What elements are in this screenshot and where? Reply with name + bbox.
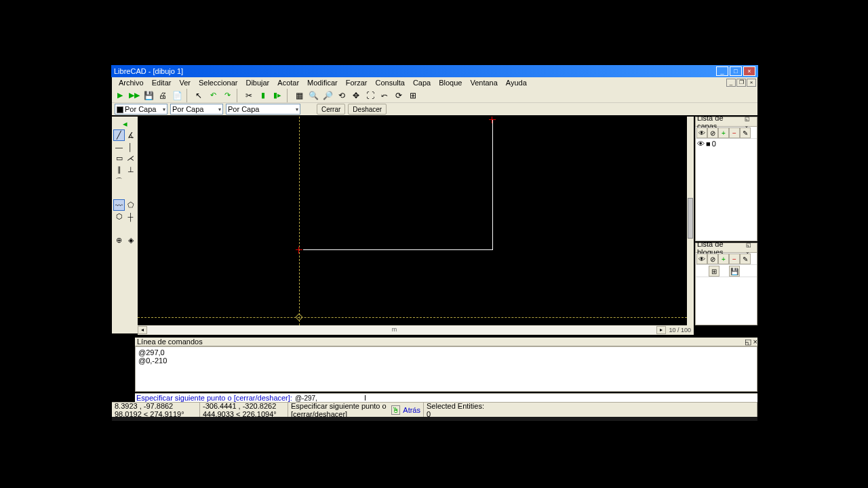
menu-seleccionar[interactable]: Seleccionar: [195, 78, 241, 87]
line-rectangle-button[interactable]: ▭: [113, 152, 125, 164]
close-action-button[interactable]: Cerrar: [317, 104, 345, 115]
hscroll-right-button[interactable]: ▸: [656, 326, 666, 334]
command-line-title[interactable]: Línea de comandos ◱ ×: [135, 338, 757, 346]
zoom-out-button[interactable]: 🔎: [321, 89, 334, 102]
block-show-all-button[interactable]: 👁: [696, 253, 707, 264]
print-preview-button[interactable]: 📄: [170, 89, 184, 102]
line-tangent1-button[interactable]: ⌒: [113, 176, 125, 187]
vscroll-thumb[interactable]: [688, 198, 693, 239]
paste-button[interactable]: ▮▸: [271, 89, 284, 102]
drawing-canvas[interactable]: [138, 117, 687, 325]
menu-consulta[interactable]: Consulta: [372, 78, 409, 87]
menu-forzar[interactable]: Forzar: [342, 78, 372, 87]
minimize-button[interactable]: _: [716, 66, 728, 76]
zoom-extent-button[interactable]: ⊞: [406, 89, 420, 102]
new-file-button[interactable]: ▶: [113, 89, 127, 102]
layer-hide-all-button[interactable]: ⊘: [707, 127, 718, 138]
toolbar-separator: [287, 89, 290, 102]
layer-show-all-button[interactable]: 👁: [696, 127, 707, 138]
line-freehand-button[interactable]: 〰: [113, 199, 125, 211]
layer-add-button[interactable]: +: [718, 127, 729, 138]
zoom-previous-button[interactable]: ⤺: [378, 89, 391, 102]
linetype-combo[interactable]: Por Capa: [226, 104, 300, 115]
vertical-scrollbar[interactable]: [687, 117, 694, 325]
block-edit-button[interactable]: ✎: [740, 253, 751, 264]
status-mouse-icon[interactable]: 🖱: [391, 405, 400, 415]
hscroll-mid-label: m: [392, 326, 397, 333]
menu-bloque[interactable]: Bloque: [435, 78, 466, 87]
maximize-button[interactable]: □: [730, 66, 742, 76]
back-tool-button[interactable]: ◂: [113, 118, 136, 129]
block-hide-all-button[interactable]: ⊘: [707, 253, 718, 264]
line-bisector-button[interactable]: ⋌: [125, 152, 136, 164]
menu-ayuda[interactable]: Ayuda: [502, 78, 531, 87]
menu-archivo[interactable]: Archivo: [115, 78, 148, 87]
doc-minimize-button[interactable]: _: [726, 79, 736, 87]
blocks-panel-title[interactable]: Lista de bloques ◱ ×: [696, 243, 757, 253]
color-combo[interactable]: Por Capa: [115, 104, 167, 115]
layer-row-0[interactable]: 👁 ■ 0: [696, 139, 757, 148]
zoom-window-button[interactable]: ⛶: [363, 89, 377, 102]
width-combo[interactable]: Por Capa: [170, 104, 223, 115]
zoom-in-button[interactable]: 🔍: [307, 89, 320, 102]
line-2points-button[interactable]: ╱: [113, 129, 125, 141]
cut-button[interactable]: ✂: [242, 89, 256, 102]
copy-button[interactable]: ▮: [256, 89, 270, 102]
block-save-button[interactable]: 💾: [729, 266, 740, 277]
restrict-button[interactable]: ◈: [125, 235, 136, 246]
grid-button[interactable]: ▦: [292, 89, 306, 102]
doc-restore-button[interactable]: ❐: [736, 79, 746, 87]
panel-float-icon[interactable]: ◱: [745, 338, 751, 346]
zoom-pan-button[interactable]: ✥: [349, 89, 363, 102]
undo-action-button[interactable]: Deshacer: [348, 104, 387, 115]
hscroll-left-button[interactable]: ◂: [138, 326, 147, 334]
zoom-redraw-button[interactable]: ⟳: [392, 89, 406, 102]
line-orthogonal-button[interactable]: ┼: [125, 211, 136, 222]
status-back-link[interactable]: Atrás: [403, 406, 420, 414]
layer-edit-button[interactable]: ✎: [740, 127, 751, 138]
snap-button[interactable]: ⊕: [113, 235, 125, 246]
print-button[interactable]: 🖨: [156, 89, 170, 102]
block-insert-button[interactable]: ⊞: [709, 266, 719, 277]
menu-acotar[interactable]: Acotar: [273, 78, 303, 87]
document-window-controls: _ ❐ ×: [726, 79, 756, 87]
line-perpendicular-button[interactable]: ⊥: [125, 164, 136, 176]
menu-ver[interactable]: Ver: [175, 78, 195, 87]
save-button[interactable]: 💾: [142, 89, 155, 102]
undo-button[interactable]: ↶: [206, 89, 220, 102]
hscroll-track[interactable]: m: [147, 326, 656, 334]
eye-icon[interactable]: 👁: [697, 140, 705, 148]
blocks-toolbar: 👁 ⊘ + − ✎: [696, 253, 757, 265]
text-cursor-icon: I: [364, 394, 366, 402]
command-prompt: Especificar siguiente punto o [cerrar/de…: [135, 394, 292, 402]
zoom-auto-button[interactable]: ⟲: [335, 89, 349, 102]
menu-ventana[interactable]: Ventana: [466, 78, 501, 87]
blocks-panel: Lista de bloques ◱ × 👁 ⊘ + − ✎ ⊞ 💾: [695, 243, 757, 325]
block-remove-button[interactable]: −: [729, 253, 740, 264]
panel-close-icon[interactable]: ×: [753, 338, 757, 346]
menu-capa[interactable]: Capa: [409, 78, 435, 87]
titlebar[interactable]: LibreCAD - [dibujo 1] _ □ ×: [111, 65, 758, 77]
doc-close-button[interactable]: ×: [747, 79, 756, 87]
panel-float-icon[interactable]: ◱: [746, 242, 751, 248]
line-polygon2-button[interactable]: ⬡: [113, 211, 125, 222]
line-parallel-button[interactable]: ∥: [113, 164, 125, 176]
line-vertical-button[interactable]: │: [125, 141, 136, 152]
open-file-button[interactable]: ▶▶: [127, 89, 141, 102]
panel-float-icon[interactable]: ◱: [745, 116, 750, 122]
command-input[interactable]: [295, 394, 363, 402]
close-button[interactable]: ×: [743, 66, 755, 76]
layers-panel-title[interactable]: Lista de capas ◱ ×: [696, 117, 757, 127]
command-history[interactable]: @297,0 @0,-210: [135, 346, 757, 392]
line-angle-button[interactable]: ∡: [125, 129, 136, 141]
menu-modificar[interactable]: Modificar: [303, 78, 342, 87]
layer-remove-button[interactable]: −: [729, 127, 740, 138]
line-horizontal-button[interactable]: —: [113, 141, 125, 152]
line-polygon-button[interactable]: ⬠: [125, 199, 136, 211]
redo-button[interactable]: ↷: [220, 89, 234, 102]
menu-dibujar[interactable]: Dibujar: [241, 78, 273, 87]
block-add-button[interactable]: +: [718, 253, 729, 264]
blocks-toolbar-2: ⊞ 💾: [696, 265, 757, 277]
pointer-button[interactable]: ↖: [192, 89, 205, 102]
menu-editar[interactable]: Editar: [148, 78, 176, 87]
